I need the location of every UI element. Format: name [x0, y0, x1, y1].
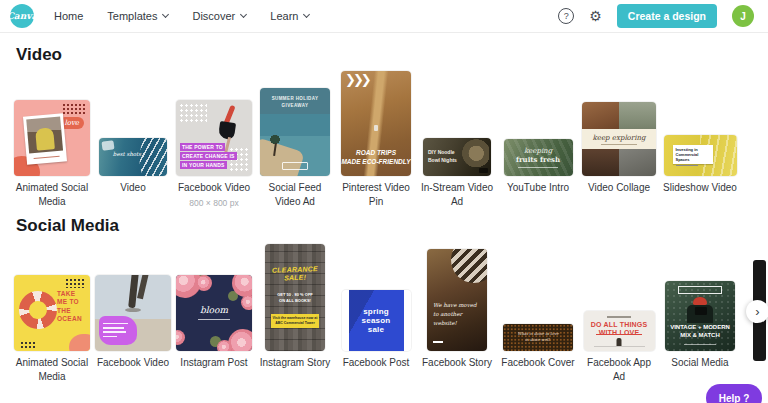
- blob-shape: [69, 334, 90, 351]
- boat-shape: [101, 140, 114, 151]
- avatar[interactable]: J: [732, 5, 754, 27]
- nav-home-label: Home: [54, 10, 83, 22]
- template-thumbnail[interactable]: VINTAGE + MODERN MIX & MATCH: [665, 281, 735, 351]
- template-label: Pinterest Video Pin: [338, 181, 414, 208]
- nav-learn[interactable]: Learn: [270, 10, 309, 22]
- overlay-button: [282, 162, 308, 170]
- nav-home[interactable]: Home: [54, 10, 83, 22]
- template-label: Animated Social Media: [14, 356, 90, 383]
- dots-pattern: [20, 341, 36, 349]
- overlay-text: bloom: [176, 305, 252, 315]
- template-thumbnail[interactable]: THE POWER TO CREATE CHANGE IS IN YOUR HA…: [176, 100, 252, 176]
- nav-discover[interactable]: Discover: [192, 10, 246, 22]
- template-card-animated-social-media-2[interactable]: TAKE ME TO THE OCEAN Animated Social Med…: [14, 239, 90, 383]
- template-thumbnail[interactable]: love: [14, 100, 90, 176]
- template-card-facebook-story[interactable]: We have moved to another website! Facebo…: [419, 239, 495, 370]
- template-card-animated-social-media[interactable]: love Animated Social Media: [14, 68, 90, 208]
- template-thumbnail[interactable]: DO ALL THINGS WITH LOVE: [584, 311, 655, 351]
- dots-pattern: [65, 278, 85, 288]
- template-thumbnail[interactable]: SUMMER HOLIDAY GIVEAWAY: [260, 88, 330, 176]
- canva-logo[interactable]: Canva: [10, 4, 34, 28]
- template-label: Facebook Video: [97, 356, 169, 370]
- template-card-in-stream-video-ad[interactable]: DIY Noodle Bowl Nights In-Stream Video A…: [419, 68, 495, 208]
- template-thumbnail[interactable]: CLEARANCE SALE! GET 50 - 80 % OFF ON ALL…: [265, 244, 325, 351]
- subtitle-line: [198, 319, 230, 320]
- create-design-button[interactable]: Create a design: [617, 4, 717, 28]
- template-thumbnail[interactable]: bloom: [176, 275, 252, 351]
- overlay-text: DO ALL THINGS WITH LOVE: [584, 321, 655, 338]
- template-card-video-collage[interactable]: keep exploring Video Collage: [581, 68, 657, 195]
- red-beanie: [693, 297, 707, 305]
- template-card-facebook-video-2[interactable]: Facebook Video: [95, 239, 171, 370]
- carousel-next-button[interactable]: ›: [746, 300, 768, 323]
- template-dimensions: 800 × 800 px: [189, 198, 238, 208]
- template-card-facebook-video[interactable]: THE POWER TO CREATE CHANGE IS IN YOUR HA…: [176, 68, 252, 208]
- template-label: Facebook Story: [422, 356, 492, 370]
- label-box: [678, 286, 722, 294]
- help-button[interactable]: Help ?: [706, 384, 762, 403]
- template-card-facebook-cover[interactable]: What is done in love is done well. Faceb…: [500, 239, 576, 370]
- person-silhouette: [617, 338, 622, 346]
- horizon-line: [594, 346, 645, 347]
- template-card-social-feed-video-ad[interactable]: SUMMER HOLIDAY GIVEAWAY Social Feed Vide…: [257, 68, 333, 208]
- template-thumbnail[interactable]: Investing in Commercial Spaces: [664, 135, 737, 176]
- template-thumbnail[interactable]: keeping fruits fresh: [504, 139, 573, 176]
- walking-legs: [137, 275, 149, 299]
- template-label: Facebook Cover: [501, 356, 574, 370]
- template-thumbnail[interactable]: DIY Noodle Bowl Nights: [423, 138, 491, 176]
- template-thumbnail[interactable]: TAKE ME TO THE OCEAN: [14, 275, 90, 351]
- rose-flower: [217, 340, 232, 351]
- template-label: Video: [120, 181, 145, 195]
- template-label: Instagram Post: [180, 356, 247, 370]
- header-actions: ? ⚙ Create a design J: [558, 4, 754, 28]
- template-label: Social Media: [671, 356, 728, 370]
- photo-area: spring season sale: [349, 290, 404, 351]
- overlay-button: Visit the warehouse now at ABC Commercia…: [271, 314, 319, 328]
- template-thumbnail[interactable]: ❯❯❯ ROAD TRIPS MADE ECO-FRIENDLY: [341, 71, 411, 176]
- template-thumbnail[interactable]: What is done in love is done well.: [503, 324, 573, 351]
- text-blob: [99, 316, 137, 345]
- overlay-text: CLEARANCE SALE!: [265, 265, 325, 283]
- overlay-text: GET 50 - 80 % OFF ON ALL BOOKS!: [265, 292, 325, 305]
- social-media-template-row: TAKE ME TO THE OCEAN Animated Social Med…: [0, 239, 768, 383]
- template-thumbnail[interactable]: spring season sale: [342, 290, 411, 351]
- template-card-pinterest-video-pin[interactable]: ❯❯❯ ROAD TRIPS MADE ECO-FRIENDLY Pintere…: [338, 68, 414, 208]
- overlay-text: VINTAGE + MODERN MIX & MATCH: [665, 324, 735, 340]
- overlay-text: Investing in Commercial Spaces: [673, 145, 713, 164]
- template-card-instagram-post[interactable]: bloom Instagram Post: [176, 239, 252, 370]
- lifebuoy-ring: [15, 287, 60, 332]
- template-card-youtube-intro[interactable]: keeping fruits fresh YouTube Intro: [500, 68, 576, 195]
- car-shape: [374, 125, 378, 131]
- nav-learn-label: Learn: [270, 10, 298, 22]
- shadow-shape: [125, 308, 141, 312]
- walking-legs: [128, 275, 139, 308]
- template-card-facebook-app-ad[interactable]: DO ALL THINGS WITH LOVE Facebook App Ad: [581, 239, 657, 383]
- subtitle-line: [676, 165, 698, 166]
- gear-icon[interactable]: ⚙: [589, 9, 602, 23]
- rose-flower: [176, 330, 185, 345]
- video-badge: [479, 168, 488, 173]
- polaroid-photo: [23, 113, 67, 164]
- template-card-slideshow-video[interactable]: Investing in Commercial Spaces Slideshow…: [662, 68, 738, 195]
- chevron-down-icon: [162, 11, 169, 18]
- template-thumbnail[interactable]: keep exploring: [582, 102, 656, 176]
- overlay-text: What is done in love is done well.: [503, 324, 573, 343]
- template-thumbnail[interactable]: We have moved to another website!: [427, 249, 487, 351]
- dots-pattern: [62, 103, 86, 115]
- chevron-down-icon: [303, 11, 310, 18]
- template-card-video[interactable]: best shots Video: [95, 68, 171, 195]
- template-card-social-media[interactable]: VINTAGE + MODERN MIX & MATCH Social Medi…: [662, 239, 738, 370]
- chevron-down-icon: [240, 11, 247, 18]
- subtitle-line: [607, 316, 631, 318]
- nav-templates[interactable]: Templates: [107, 10, 168, 22]
- main-nav: Home Templates Discover Learn: [54, 10, 309, 22]
- template-thumbnail[interactable]: [95, 275, 171, 351]
- template-card-instagram-story[interactable]: CLEARANCE SALE! GET 50 - 80 % OFF ON ALL…: [257, 239, 333, 370]
- subtitle-line: [684, 344, 716, 346]
- overlay-text: TAKE ME TO THE OCEAN: [57, 290, 82, 324]
- template-thumbnail[interactable]: best shots: [99, 138, 167, 176]
- template-label: Instagram Story: [260, 356, 331, 370]
- overlay-text: ROAD TRIPS MADE ECO-FRIENDLY: [341, 149, 411, 167]
- help-icon[interactable]: ?: [558, 8, 574, 24]
- template-card-facebook-post[interactable]: spring season sale Facebook Post: [338, 239, 414, 370]
